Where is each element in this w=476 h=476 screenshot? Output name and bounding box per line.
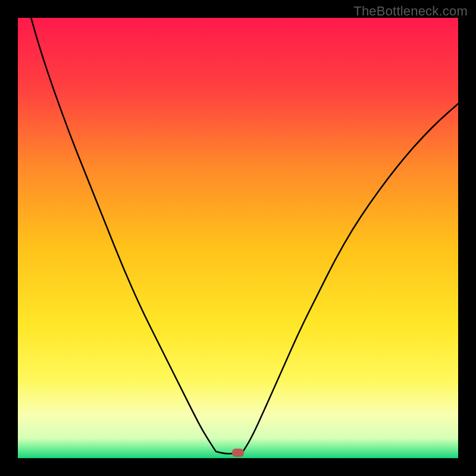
chart-svg (18, 18, 458, 458)
watermark-text: TheBottleneck.com (353, 4, 468, 19)
gradient-background (18, 18, 458, 458)
optimum-marker (232, 449, 244, 457)
chart-frame: TheBottleneck.com (0, 0, 476, 476)
plot-area (18, 18, 458, 458)
